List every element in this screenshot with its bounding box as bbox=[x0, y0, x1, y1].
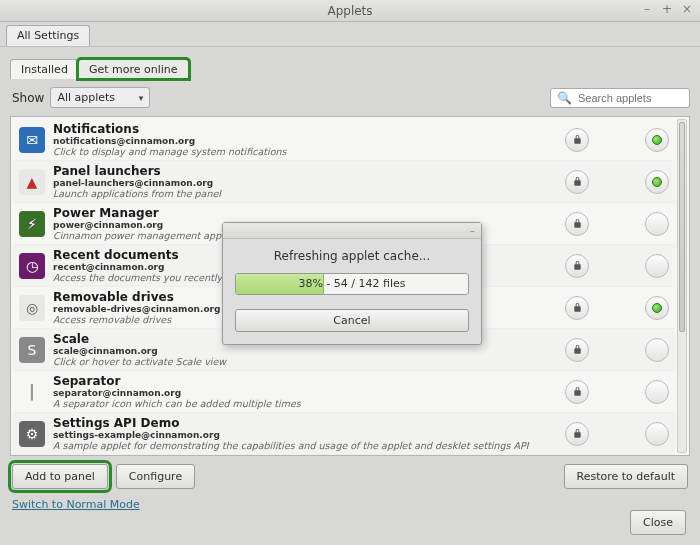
restore-default-button[interactable]: Restore to default bbox=[564, 464, 688, 489]
dialog-titlebar[interactable]: – bbox=[223, 223, 481, 239]
filter-row: Show All applets ▾ 🔍 bbox=[10, 79, 690, 116]
search-input-wrap[interactable]: 🔍 bbox=[550, 88, 690, 108]
progress-bar: 38% - 54 / 142 files bbox=[235, 273, 469, 295]
show-label: Show bbox=[12, 91, 44, 105]
status-toggle[interactable] bbox=[645, 422, 669, 446]
search-input[interactable] bbox=[576, 91, 683, 105]
list-item[interactable]: ⚙Settings Appletsettings@cinnamon.orgCin… bbox=[13, 455, 675, 456]
lock-icon[interactable] bbox=[565, 338, 589, 362]
lock-icon[interactable] bbox=[565, 380, 589, 404]
lock-icon[interactable] bbox=[565, 254, 589, 278]
applet-icon: ✉ bbox=[19, 127, 45, 153]
switch-mode-link[interactable]: Switch to Normal Mode bbox=[12, 498, 140, 511]
status-toggle[interactable] bbox=[645, 212, 669, 236]
scrollbar[interactable] bbox=[677, 119, 687, 453]
applet-desc: Click or hover to activate Scale view bbox=[53, 356, 557, 367]
applet-icon: ┃ bbox=[19, 379, 45, 405]
applet-icon: ▲ bbox=[19, 169, 45, 195]
window-maximize-icon[interactable]: + bbox=[660, 2, 674, 16]
status-toggle[interactable] bbox=[645, 170, 669, 194]
filter-combo[interactable]: All applets ▾ bbox=[50, 87, 150, 108]
applet-name: Settings API Demo bbox=[53, 416, 557, 430]
status-toggle[interactable] bbox=[645, 128, 669, 152]
active-dot-icon bbox=[652, 135, 662, 145]
list-item[interactable]: ⚙Settings API Demosettings-example@cinna… bbox=[13, 413, 675, 455]
add-to-panel-button[interactable]: Add to panel bbox=[12, 464, 108, 489]
tab-row: Installed Get more online bbox=[10, 55, 690, 79]
tab-get-more-online[interactable]: Get more online bbox=[78, 59, 189, 79]
applet-name: Power Manager bbox=[53, 206, 557, 220]
applet-meta: Notificationsnotifications@cinnamon.orgC… bbox=[53, 122, 557, 157]
applet-desc: A separator icon which can be added mult… bbox=[53, 398, 557, 409]
applet-icon: ⚡ bbox=[19, 211, 45, 237]
status-toggle[interactable] bbox=[645, 254, 669, 278]
applet-name: Notifications bbox=[53, 122, 557, 136]
applet-desc: Click to display and manage system notif… bbox=[53, 146, 557, 157]
active-dot-icon bbox=[652, 303, 662, 313]
status-toggle[interactable] bbox=[645, 338, 669, 362]
window-minimize-icon[interactable]: – bbox=[640, 2, 654, 16]
progress-dialog: – Refreshing applet cache... 38% - 54 / … bbox=[222, 222, 482, 345]
configure-button[interactable]: Configure bbox=[116, 464, 195, 489]
applet-name: Separator bbox=[53, 374, 557, 388]
list-item[interactable]: ┃Separatorseparator@cinnamon.orgA separa… bbox=[13, 371, 675, 413]
applet-icon: ⚙ bbox=[19, 421, 45, 447]
all-settings-tab[interactable]: All Settings bbox=[6, 25, 90, 46]
breadcrumb-bar: All Settings bbox=[0, 22, 700, 46]
applet-meta: Separatorseparator@cinnamon.orgA separat… bbox=[53, 374, 557, 409]
lock-icon[interactable] bbox=[565, 170, 589, 194]
applet-id: scale@cinnamon.org bbox=[53, 346, 557, 356]
window-title: Applets bbox=[0, 4, 700, 18]
close-button[interactable]: Close bbox=[630, 510, 686, 535]
applet-id: separator@cinnamon.org bbox=[53, 388, 557, 398]
applet-id: settings-example@cinnamon.org bbox=[53, 430, 557, 440]
applet-id: notifications@cinnamon.org bbox=[53, 136, 557, 146]
active-dot-icon bbox=[652, 177, 662, 187]
chevron-down-icon: ▾ bbox=[139, 93, 144, 103]
action-row: Add to panel Configure Restore to defaul… bbox=[10, 456, 690, 493]
list-item[interactable]: ✉Notificationsnotifications@cinnamon.org… bbox=[13, 119, 675, 161]
lock-icon[interactable] bbox=[565, 422, 589, 446]
applet-id: panel-launchers@cinnamon.org bbox=[53, 178, 557, 188]
progress-text: 38% - 54 / 142 files bbox=[236, 274, 468, 294]
scrollbar-thumb[interactable] bbox=[679, 122, 685, 332]
search-icon: 🔍 bbox=[557, 91, 572, 105]
applet-meta: Panel launcherspanel-launchers@cinnamon.… bbox=[53, 164, 557, 199]
lock-icon[interactable] bbox=[565, 296, 589, 320]
applet-meta: Settings API Demosettings-example@cinnam… bbox=[53, 416, 557, 451]
applet-name: Panel launchers bbox=[53, 164, 557, 178]
window-titlebar: Applets – + × bbox=[0, 0, 700, 22]
applet-icon: S bbox=[19, 337, 45, 363]
applet-desc: A sample applet for demonstrating the ca… bbox=[53, 440, 557, 451]
dialog-minimize-icon[interactable]: – bbox=[470, 224, 476, 237]
cancel-button[interactable]: Cancel bbox=[235, 309, 469, 332]
filter-selected: All applets bbox=[57, 91, 115, 104]
dialog-message: Refreshing applet cache... bbox=[235, 249, 469, 263]
list-item[interactable]: ▲Panel launcherspanel-launchers@cinnamon… bbox=[13, 161, 675, 203]
lock-icon[interactable] bbox=[565, 128, 589, 152]
window-close-icon[interactable]: × bbox=[680, 2, 694, 16]
tab-installed[interactable]: Installed bbox=[10, 59, 79, 79]
status-toggle[interactable] bbox=[645, 296, 669, 320]
applet-desc: Launch applications from the panel bbox=[53, 188, 557, 199]
lock-icon[interactable] bbox=[565, 212, 589, 236]
applet-icon: ◷ bbox=[19, 253, 45, 279]
applet-icon: ◎ bbox=[19, 295, 45, 321]
status-toggle[interactable] bbox=[645, 380, 669, 404]
